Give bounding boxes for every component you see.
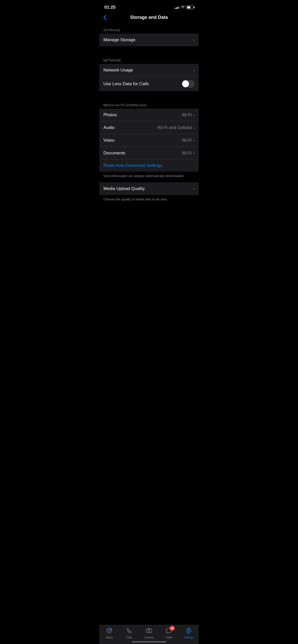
documents-right: Wi-Fi › bbox=[182, 151, 195, 156]
media-upload-quality-right: › bbox=[193, 187, 195, 191]
toggle-knob bbox=[182, 80, 189, 87]
battery-icon bbox=[186, 6, 194, 9]
use-less-data-row: Use Less Data for Calls bbox=[99, 77, 199, 91]
network-section-header: NETWORK bbox=[99, 54, 199, 64]
video-label: Video bbox=[103, 138, 114, 143]
documents-row[interactable]: Documents Wi-Fi › bbox=[99, 147, 199, 159]
manage-storage-row[interactable]: Manage Storage › bbox=[99, 34, 199, 46]
documents-chevron-icon: › bbox=[193, 151, 195, 155]
network-usage-chevron-icon: › bbox=[193, 68, 195, 72]
back-button[interactable] bbox=[103, 15, 106, 20]
photos-label: Photos bbox=[103, 112, 117, 118]
media-auto-download-group: Photos Wi-Fi › Audio Wi-Fi and Cellular … bbox=[99, 109, 199, 172]
video-chevron-icon: › bbox=[193, 138, 195, 142]
audio-row[interactable]: Audio Wi-Fi and Cellular › bbox=[99, 121, 199, 134]
status-icons bbox=[175, 6, 194, 9]
network-group: Network Usage › Use Less Data for Calls bbox=[99, 64, 199, 91]
documents-label: Documents bbox=[103, 151, 125, 156]
media-upload-quality-row[interactable]: Media Upload Quality › bbox=[99, 182, 199, 195]
manage-storage-chevron-icon: › bbox=[193, 38, 195, 42]
photos-chevron-icon: › bbox=[193, 113, 195, 117]
voice-messages-note: Voice Messages are always automatically … bbox=[99, 172, 199, 182]
manage-storage-right: › bbox=[193, 38, 195, 42]
use-less-data-label: Use Less Data for Calls bbox=[103, 81, 149, 86]
photos-right: Wi-Fi › bbox=[182, 112, 195, 118]
media-auto-download-section-header: MEDIA AUTO-DOWNLOAD bbox=[99, 99, 199, 109]
documents-value: Wi-Fi bbox=[182, 151, 192, 156]
audio-right: Wi-Fi and Cellular › bbox=[157, 125, 195, 130]
network-usage-label: Network Usage bbox=[103, 68, 133, 73]
photos-value: Wi-Fi bbox=[182, 112, 192, 118]
storage-group: Manage Storage › bbox=[99, 34, 199, 46]
video-right: Wi-Fi › bbox=[182, 138, 195, 143]
use-less-data-toggle[interactable] bbox=[182, 80, 195, 88]
nav-bar: Storage and Data bbox=[99, 13, 199, 24]
audio-label: Audio bbox=[103, 125, 114, 130]
status-bar: 01:25 bbox=[99, 0, 199, 13]
video-value: Wi-Fi bbox=[182, 138, 192, 143]
reset-auto-download-row[interactable]: Reset Auto-Download Settings bbox=[99, 159, 199, 172]
gap-network-media bbox=[99, 91, 199, 99]
network-usage-right: › bbox=[193, 68, 195, 72]
gap-storage-network bbox=[99, 46, 199, 54]
media-quality-group: Media Upload Quality › bbox=[99, 182, 199, 195]
photos-row[interactable]: Photos Wi-Fi › bbox=[99, 109, 199, 121]
network-usage-row[interactable]: Network Usage › bbox=[99, 64, 199, 77]
reset-auto-download-label: Reset Auto-Download Settings bbox=[103, 163, 162, 168]
wifi-icon bbox=[181, 6, 185, 9]
media-upload-quality-label: Media Upload Quality bbox=[103, 186, 145, 191]
video-row[interactable]: Video Wi-Fi › bbox=[99, 134, 199, 147]
media-upload-quality-chevron-icon: › bbox=[193, 187, 195, 191]
storage-section-header: STORAGE bbox=[99, 24, 199, 34]
media-quality-note: Choose the quality of media files to be … bbox=[99, 195, 199, 206]
audio-chevron-icon: › bbox=[193, 126, 195, 130]
page-title: Storage and Data bbox=[130, 15, 168, 20]
manage-storage-label: Manage Storage bbox=[103, 37, 136, 42]
signal-bars-icon bbox=[175, 6, 179, 9]
status-time: 01:25 bbox=[104, 5, 115, 10]
audio-value: Wi-Fi and Cellular bbox=[157, 125, 192, 130]
